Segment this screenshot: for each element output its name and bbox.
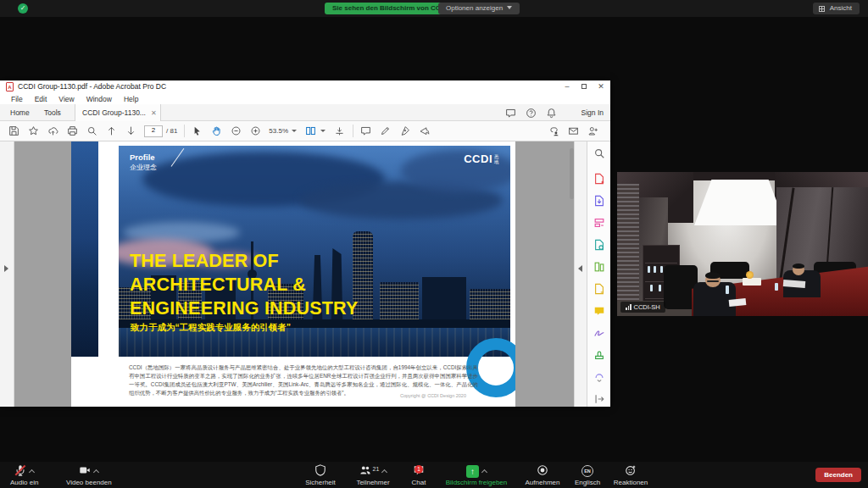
navigation-pane-collapsed[interactable] [0, 141, 14, 407]
close-button[interactable]: ✕ [593, 80, 609, 93]
selection-pointer-icon[interactable] [191, 125, 203, 137]
help-icon[interactable] [526, 107, 537, 119]
share-options-chevron[interactable] [481, 469, 487, 475]
pdf-document-area[interactable]: Profile 企业理念 CCDI 悉地 THE LEADER OF ARCHI… [0, 141, 610, 407]
slide-body-text: CCDI（悉地国际）一家将高品质设计服务与产品思维紧密结合、处于业界领先地位的大… [129, 363, 478, 397]
open-tools-pane-icon[interactable] [578, 265, 582, 272]
maximize-button[interactable] [576, 80, 592, 93]
video-options-chevron[interactable] [93, 469, 99, 475]
comment-bubble-icon[interactable] [505, 107, 517, 119]
shield-icon [314, 464, 326, 478]
tab-document[interactable]: CCDI Group-1130...✕ [75, 104, 161, 121]
email-icon[interactable] [567, 125, 579, 137]
menu-window[interactable]: Window [81, 95, 118, 103]
participants-icon [359, 464, 371, 478]
share-cloud-icon[interactable] [47, 125, 58, 137]
more-tools-icon[interactable] [593, 370, 605, 383]
reactions-smiley-icon [625, 464, 637, 478]
fill-sign-icon[interactable] [593, 326, 605, 339]
participant-name-tag: CCDI-SH [620, 302, 665, 313]
minimize-button[interactable]: – [559, 80, 575, 93]
open-nav-pane-icon[interactable] [4, 265, 8, 272]
previous-page-icon[interactable] [105, 125, 117, 137]
stamp-icon[interactable] [593, 348, 605, 361]
zoom-meeting-screen: ✓ Sie sehen den Bildschirm von CCDI-SH O… [0, 0, 868, 488]
participant-video-tile[interactable]: CCDI-SH [617, 172, 868, 316]
tab-home[interactable]: Home [3, 104, 36, 121]
comment-panel-icon[interactable] [593, 304, 605, 317]
zoom-level-value[interactable]: 53.5% [269, 127, 288, 135]
acrobat-titlebar[interactable]: A CCDI Group-1130.pdf - Adobe Acrobat Pr… [0, 80, 610, 93]
reactions-control[interactable]: Reaktionen [607, 462, 654, 488]
find-icon[interactable] [593, 147, 605, 159]
edit-pdf-icon[interactable] [593, 216, 605, 229]
ccdi-logo: CCDI 悉地 [464, 152, 500, 165]
sign-pen-icon[interactable] [398, 125, 410, 137]
camera-icon [79, 464, 91, 478]
screen-share-control[interactable]: ↑ Bildschirm freigeben [436, 462, 517, 488]
notifications-bell-icon[interactable] [546, 107, 558, 119]
audio-control[interactable]: Audio ein [10, 462, 38, 488]
convert-pdf-icon[interactable] [593, 238, 605, 251]
view-button[interactable]: Ansicht [813, 3, 860, 14]
menu-help[interactable]: Help [118, 95, 144, 103]
reading-mode-icon[interactable] [333, 125, 345, 137]
slide-title: THE LEADER OF ARCHITECTURAL & ENGINEERIN… [130, 249, 359, 320]
save-icon[interactable] [8, 125, 19, 137]
highlight-pencil-icon[interactable] [379, 125, 391, 137]
request-signatures-icon[interactable] [593, 282, 605, 295]
video-control[interactable]: Video beenden [66, 462, 112, 488]
menu-view[interactable]: View [53, 95, 80, 103]
next-page-icon[interactable] [125, 125, 136, 137]
page-total-label: / 81 [166, 127, 177, 135]
sign-in-button[interactable]: Sign In [581, 104, 604, 121]
record-control[interactable]: Aufnehmen [519, 462, 566, 488]
share-options-button[interactable]: Optionen anzeigen [438, 3, 520, 14]
slide-subtitle: 致力于成为“工程实践专业服务的引领者” [131, 322, 291, 334]
participants-options-chevron[interactable] [381, 469, 387, 475]
audio-options-chevron[interactable] [29, 469, 35, 475]
export-pdf-icon[interactable] [593, 194, 605, 207]
tab-tools[interactable]: Tools [37, 104, 68, 121]
security-control[interactable]: Sicherheit [298, 462, 342, 488]
microphone-muted-icon [14, 464, 26, 478]
chat-unread-badge: 1 [415, 465, 423, 474]
encryption-shield-icon: ✓ [18, 3, 28, 14]
tab-close-icon[interactable]: ✕ [151, 109, 157, 117]
tissue-box [743, 278, 761, 286]
chat-control[interactable]: 1 Chat [402, 462, 436, 488]
send-stamp-icon[interactable] [418, 125, 430, 137]
acrobat-tab-row: Home Tools CCDI Group-1130...✕ Sign In [0, 104, 610, 121]
invite-person-icon[interactable] [587, 125, 598, 137]
slide-copyright: Copyright @ CCDI Design 2020 [400, 393, 466, 398]
menu-edit[interactable]: Edit [29, 95, 53, 103]
page-display-dropdown-icon[interactable] [320, 130, 326, 132]
page1-cover-photo [71, 141, 98, 357]
participants-control[interactable]: 21 Teilnehmer [346, 462, 400, 488]
acrobat-window: A CCDI Group-1130.pdf - Adobe Acrobat Pr… [0, 80, 610, 407]
share-link-icon[interactable] [548, 125, 559, 137]
search-icon[interactable] [86, 125, 97, 137]
tools-pane-collapsed[interactable] [574, 141, 587, 407]
participant-person-hair [705, 272, 721, 279]
print-icon[interactable] [66, 125, 78, 137]
zoom-dropdown-icon[interactable] [292, 130, 297, 132]
interpretation-control[interactable]: EN Englisch [568, 462, 607, 488]
record-icon [537, 464, 548, 478]
page-display-icon[interactable] [304, 125, 316, 137]
menu-file[interactable]: File [5, 95, 29, 103]
language-en-icon: EN [581, 465, 593, 477]
hand-tool-icon[interactable] [210, 125, 222, 137]
create-pdf-icon[interactable] [593, 172, 605, 185]
zoom-in-icon[interactable] [249, 125, 261, 137]
screen-share-icon: ↑ [466, 465, 479, 478]
chevron-down-icon [507, 6, 512, 9]
organize-pages-icon[interactable] [593, 260, 605, 273]
star-icon[interactable] [27, 125, 39, 137]
page-number-input[interactable]: 2 [144, 125, 163, 137]
comment-tool-icon[interactable] [359, 125, 371, 137]
expand-pane-icon[interactable] [593, 392, 605, 405]
zoom-out-icon[interactable] [230, 125, 242, 137]
water-bottle [775, 283, 778, 291]
end-meeting-button[interactable]: Beenden [815, 468, 861, 482]
